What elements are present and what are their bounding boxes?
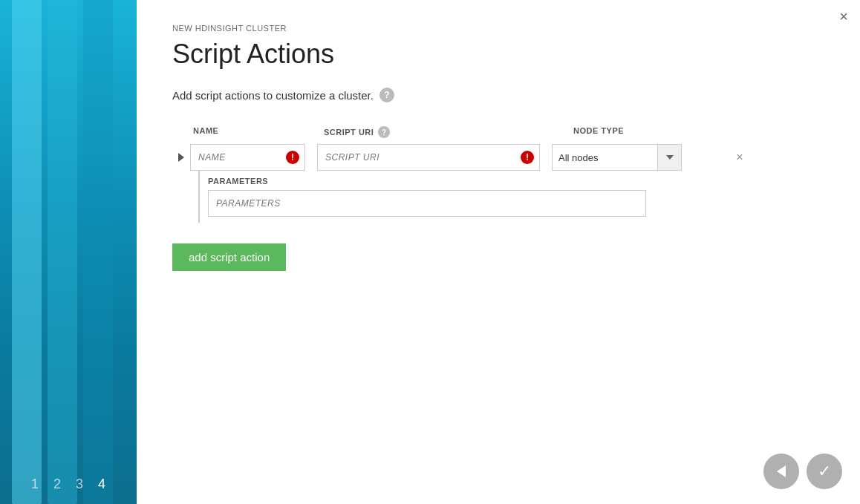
nodetype-select[interactable]: All nodes Head nodes Worker nodes Zookee… bbox=[553, 145, 657, 170]
confirm-button[interactable]: ✓ bbox=[807, 454, 842, 489]
description-row: Add script actions to customize a cluste… bbox=[172, 88, 824, 102]
step-indicators: 1 2 3 4 bbox=[0, 477, 137, 492]
stripe-3 bbox=[83, 0, 113, 504]
nodetype-select-wrapper: All nodes Head nodes Worker nodes Zookee… bbox=[552, 144, 682, 171]
help-icon[interactable]: ? bbox=[379, 88, 394, 102]
sidebar: 1 2 3 4 bbox=[0, 0, 137, 504]
col-header-name: NAME bbox=[193, 126, 312, 138]
name-error-icon: ! bbox=[286, 151, 299, 164]
back-arrow-icon bbox=[777, 465, 786, 477]
step-3[interactable]: 3 bbox=[76, 477, 83, 492]
top-fields: ! ! All nodes Head nodes Wor bbox=[190, 144, 722, 171]
col-header-uri: SCRIPT URI ? bbox=[324, 126, 561, 138]
params-left-border bbox=[190, 171, 208, 223]
uri-error-icon: ! bbox=[521, 151, 534, 164]
name-field-wrapper: ! bbox=[190, 144, 305, 171]
footer-nav: ✓ bbox=[763, 454, 842, 489]
step-1[interactable]: 1 bbox=[31, 477, 39, 492]
chevron-down-icon bbox=[666, 155, 674, 160]
step-2[interactable]: 2 bbox=[53, 477, 61, 492]
script-action-row: ! ! All nodes Head nodes Wor bbox=[172, 144, 752, 223]
params-label: PARAMETERS bbox=[208, 177, 722, 186]
stripe-2 bbox=[48, 0, 77, 504]
col-header-nodetype: NODE TYPE bbox=[573, 126, 707, 138]
description-text: Add script actions to customize a cluste… bbox=[172, 89, 374, 102]
step-4[interactable]: 4 bbox=[98, 477, 105, 492]
params-input[interactable] bbox=[208, 190, 646, 217]
uri-input[interactable] bbox=[317, 144, 540, 171]
row-expander[interactable] bbox=[172, 144, 190, 171]
check-icon: ✓ bbox=[818, 463, 831, 480]
delete-row-button[interactable]: × bbox=[728, 144, 752, 171]
params-fields: PARAMETERS bbox=[208, 171, 722, 223]
sidebar-decoration bbox=[0, 0, 137, 504]
close-button[interactable]: × bbox=[839, 9, 848, 24]
content-body: NEW HDINSIGHT CLUSTER Script Actions Add… bbox=[137, 0, 860, 504]
params-area: PARAMETERS bbox=[190, 171, 722, 223]
main-panel: × NEW HDINSIGHT CLUSTER Script Actions A… bbox=[137, 0, 860, 504]
form-headers: NAME SCRIPT URI ? NODE TYPE bbox=[172, 126, 752, 138]
nodetype-dropdown-arrow[interactable] bbox=[657, 145, 681, 170]
script-actions-form: NAME SCRIPT URI ? NODE TYPE bbox=[172, 126, 752, 223]
uri-field-wrapper: ! bbox=[317, 144, 540, 171]
vertical-line bbox=[198, 171, 200, 223]
uri-help-icon[interactable]: ? bbox=[378, 126, 390, 138]
row-fields: ! ! All nodes Head nodes Wor bbox=[190, 144, 722, 223]
expander-arrow-icon bbox=[178, 153, 184, 162]
add-script-action-button[interactable]: add script action bbox=[172, 243, 286, 271]
back-button[interactable] bbox=[763, 454, 799, 489]
stripe-1 bbox=[12, 0, 42, 504]
breadcrumb: NEW HDINSIGHT CLUSTER bbox=[172, 24, 824, 33]
page-title: Script Actions bbox=[172, 39, 824, 70]
